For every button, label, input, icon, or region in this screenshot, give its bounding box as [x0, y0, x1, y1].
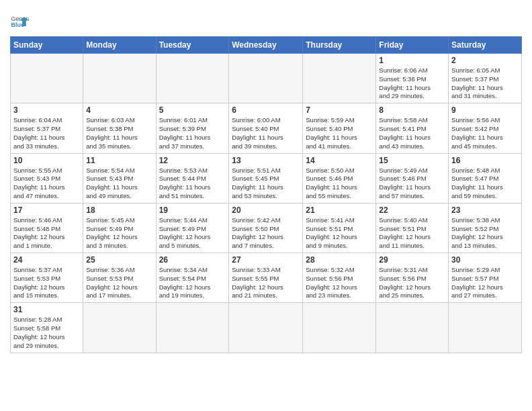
calendar-cell: 10Sunrise: 5:55 AM Sunset: 5:43 PM Dayli…: [11, 153, 83, 203]
day-info: Sunrise: 5:59 AM Sunset: 5:40 PM Dayligh…: [306, 116, 373, 150]
day-info: Sunrise: 5:28 AM Sunset: 5:58 PM Dayligh…: [13, 316, 80, 350]
day-info: Sunrise: 5:38 AM Sunset: 5:52 PM Dayligh…: [451, 216, 519, 250]
day-info: Sunrise: 6:05 AM Sunset: 5:37 PM Dayligh…: [451, 66, 519, 101]
calendar-cell: [229, 54, 303, 103]
calendar-cell: 3Sunrise: 6:04 AM Sunset: 5:37 PM Daylig…: [11, 103, 83, 153]
day-info: Sunrise: 5:46 AM Sunset: 5:48 PM Dayligh…: [13, 216, 80, 250]
calendar-cell: 25Sunrise: 5:36 AM Sunset: 5:53 PM Dayli…: [83, 253, 156, 303]
calendar-cell: 23Sunrise: 5:38 AM Sunset: 5:52 PM Dayli…: [449, 203, 522, 253]
weekday-header-monday: Monday: [83, 37, 156, 54]
day-number: 5: [159, 105, 226, 115]
calendar-cell: 17Sunrise: 5:46 AM Sunset: 5:48 PM Dayli…: [11, 203, 83, 253]
day-info: Sunrise: 5:31 AM Sunset: 5:56 PM Dayligh…: [379, 266, 445, 300]
calendar-cell: 11Sunrise: 5:54 AM Sunset: 5:43 PM Dayli…: [83, 153, 156, 203]
day-number: 29: [379, 255, 445, 265]
day-info: Sunrise: 6:06 AM Sunset: 5:36 PM Dayligh…: [379, 66, 445, 101]
calendar-cell: 13Sunrise: 5:51 AM Sunset: 5:45 PM Dayli…: [229, 153, 303, 203]
day-number: 15: [379, 156, 445, 165]
calendar-cell: 21Sunrise: 5:41 AM Sunset: 5:51 PM Dayli…: [303, 203, 376, 253]
day-number: 1: [379, 56, 445, 65]
day-number: 16: [451, 156, 519, 165]
day-number: 30: [451, 255, 519, 265]
header: General Blue: [10, 7, 522, 31]
calendar-cell: 20Sunrise: 5:42 AM Sunset: 5:50 PM Dayli…: [229, 203, 303, 253]
calendar-cell: 8Sunrise: 5:58 AM Sunset: 5:41 PM Daylig…: [376, 103, 449, 153]
calendar-cell: 4Sunrise: 6:03 AM Sunset: 5:38 PM Daylig…: [83, 103, 156, 153]
day-number: 31: [13, 305, 80, 314]
calendar-cell: 12Sunrise: 5:53 AM Sunset: 5:44 PM Dayli…: [156, 153, 229, 203]
day-info: Sunrise: 5:51 AM Sunset: 5:45 PM Dayligh…: [232, 167, 300, 201]
day-number: 3: [13, 105, 80, 115]
calendar-cell: [83, 54, 156, 103]
calendar-cell: [156, 54, 229, 103]
day-number: 6: [232, 105, 300, 115]
calendar-cell: 7Sunrise: 5:59 AM Sunset: 5:40 PM Daylig…: [303, 103, 376, 153]
day-info: Sunrise: 5:50 AM Sunset: 5:46 PM Dayligh…: [306, 167, 373, 201]
day-number: 8: [379, 105, 445, 115]
day-info: Sunrise: 5:53 AM Sunset: 5:44 PM Dayligh…: [159, 167, 226, 201]
day-number: 20: [232, 205, 300, 215]
day-info: Sunrise: 5:41 AM Sunset: 5:51 PM Dayligh…: [306, 216, 373, 250]
day-info: Sunrise: 5:55 AM Sunset: 5:43 PM Dayligh…: [13, 167, 80, 201]
day-number: 22: [379, 205, 445, 215]
day-info: Sunrise: 5:32 AM Sunset: 5:56 PM Dayligh…: [306, 266, 373, 300]
svg-text:Blue: Blue: [11, 21, 24, 28]
logo: General Blue: [10, 12, 17, 31]
day-number: 14: [306, 156, 373, 165]
day-number: 21: [306, 205, 373, 215]
calendar-cell: 6Sunrise: 6:00 AM Sunset: 5:40 PM Daylig…: [229, 103, 303, 153]
weekday-header-friday: Friday: [376, 37, 449, 54]
calendar-cell: 24Sunrise: 5:37 AM Sunset: 5:53 PM Dayli…: [11, 253, 83, 303]
calendar-cell: 9Sunrise: 5:56 AM Sunset: 5:42 PM Daylig…: [449, 103, 522, 153]
day-number: 13: [232, 156, 300, 165]
day-number: 18: [86, 205, 152, 215]
day-info: Sunrise: 5:58 AM Sunset: 5:41 PM Dayligh…: [379, 116, 445, 150]
weekday-header-wednesday: Wednesday: [229, 37, 303, 54]
calendar-cell: 26Sunrise: 5:34 AM Sunset: 5:54 PM Dayli…: [156, 253, 229, 303]
day-info: Sunrise: 5:48 AM Sunset: 5:47 PM Dayligh…: [451, 167, 519, 201]
weekday-header-tuesday: Tuesday: [156, 37, 229, 54]
calendar-cell: 2Sunrise: 6:05 AM Sunset: 5:37 PM Daylig…: [449, 54, 522, 103]
weekday-header-thursday: Thursday: [303, 37, 376, 54]
day-number: 9: [451, 105, 519, 115]
day-number: 11: [86, 156, 152, 165]
calendar-cell: [156, 303, 229, 353]
calendar-cell: 30Sunrise: 5:29 AM Sunset: 5:57 PM Dayli…: [449, 253, 522, 303]
day-info: Sunrise: 6:00 AM Sunset: 5:40 PM Dayligh…: [232, 116, 300, 150]
calendar-cell: 29Sunrise: 5:31 AM Sunset: 5:56 PM Dayli…: [376, 253, 449, 303]
calendar-cell: [303, 303, 376, 353]
calendar-cell: 31Sunrise: 5:28 AM Sunset: 5:58 PM Dayli…: [11, 303, 83, 353]
calendar-cell: 28Sunrise: 5:32 AM Sunset: 5:56 PM Dayli…: [303, 253, 376, 303]
day-info: Sunrise: 5:49 AM Sunset: 5:46 PM Dayligh…: [379, 167, 445, 201]
day-number: 26: [159, 255, 226, 265]
day-number: 7: [306, 105, 373, 115]
day-number: 2: [451, 56, 519, 65]
day-info: Sunrise: 5:42 AM Sunset: 5:50 PM Dayligh…: [232, 216, 300, 250]
calendar: SundayMondayTuesdayWednesdayThursdayFrid…: [10, 36, 522, 353]
day-number: 19: [159, 205, 226, 215]
calendar-cell: [449, 303, 522, 353]
calendar-cell: 14Sunrise: 5:50 AM Sunset: 5:46 PM Dayli…: [303, 153, 376, 203]
day-info: Sunrise: 5:34 AM Sunset: 5:54 PM Dayligh…: [159, 266, 226, 300]
day-number: 12: [159, 156, 226, 165]
calendar-cell: 5Sunrise: 6:01 AM Sunset: 5:39 PM Daylig…: [156, 103, 229, 153]
day-info: Sunrise: 5:37 AM Sunset: 5:53 PM Dayligh…: [13, 266, 80, 300]
day-info: Sunrise: 5:44 AM Sunset: 5:49 PM Dayligh…: [159, 216, 226, 250]
calendar-cell: 22Sunrise: 5:40 AM Sunset: 5:51 PM Dayli…: [376, 203, 449, 253]
day-number: 23: [451, 205, 519, 215]
day-info: Sunrise: 5:29 AM Sunset: 5:57 PM Dayligh…: [451, 266, 519, 300]
weekday-header-sunday: Sunday: [11, 37, 83, 54]
day-number: 4: [86, 105, 152, 115]
day-info: Sunrise: 5:45 AM Sunset: 5:49 PM Dayligh…: [86, 216, 152, 250]
weekday-header-saturday: Saturday: [449, 37, 522, 54]
day-info: Sunrise: 5:33 AM Sunset: 5:55 PM Dayligh…: [232, 266, 300, 300]
day-info: Sunrise: 5:36 AM Sunset: 5:53 PM Dayligh…: [86, 266, 152, 300]
day-number: 25: [86, 255, 152, 265]
calendar-cell: [376, 303, 449, 353]
calendar-cell: [83, 303, 156, 353]
calendar-cell: 16Sunrise: 5:48 AM Sunset: 5:47 PM Dayli…: [449, 153, 522, 203]
day-info: Sunrise: 6:03 AM Sunset: 5:38 PM Dayligh…: [86, 116, 152, 150]
day-number: 28: [306, 255, 373, 265]
day-info: Sunrise: 5:56 AM Sunset: 5:42 PM Dayligh…: [451, 116, 519, 150]
calendar-cell: 1Sunrise: 6:06 AM Sunset: 5:36 PM Daylig…: [376, 54, 449, 103]
